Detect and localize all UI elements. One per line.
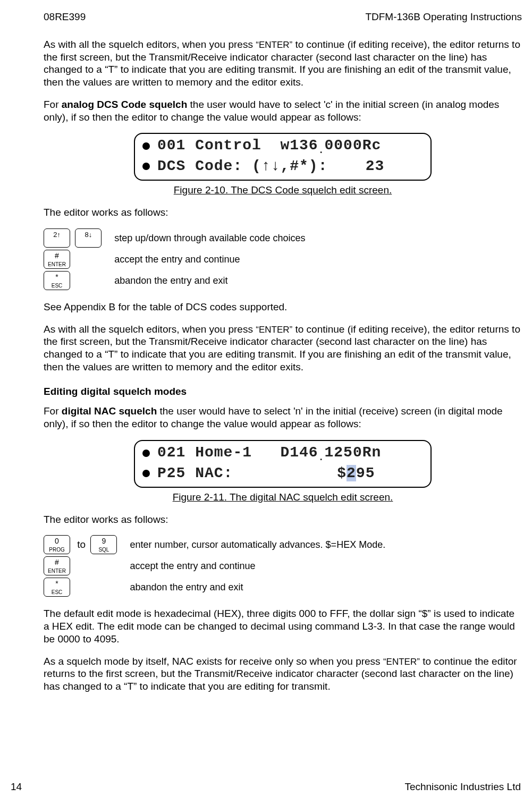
key-enter: # ENTER [44,556,70,575]
dcs-intro-paragraph: For analog DCS Code squelch the user wou… [44,98,522,124]
hex-paragraph: The default edit mode is hexadecimal (HE… [44,607,522,645]
key-8-down: 8↓ [75,228,102,248]
key-esc: * ESC [44,271,70,290]
key-esc: * ESC [44,578,70,597]
lcd-display-2: 021 Home-1 D146.1250Rn P25 NAC: $295 [134,440,432,488]
intro-paragraph: As with all the squelch editors, when yo… [44,38,522,89]
key-0-prog: 0 PROG [44,535,70,554]
enter-key-label: “ENTER” [256,325,292,335]
figure-2-10-caption: Figure 2-10. The DCS Code squelch edit s… [44,184,522,197]
section-editing-digital: Editing digital squelch modes [44,385,522,398]
key-table-1: 2↑ 8↓ step up/down through available cod… [44,228,306,292]
figure-2-11-caption: Figure 2-11. The digital NAC squelch edi… [44,491,522,504]
enter-key-label: “ENTER” [383,657,420,667]
indicator-dot [142,470,150,477]
to-label: to [77,538,86,551]
lcd-display-1: 001 Control w136.0000Rc DCS Code: (↑↓,#*… [134,133,432,181]
key-desc: abandon the entry and exit [130,578,385,599]
repeat-paragraph: As with all the squelch editors, when yo… [44,323,522,374]
key-desc: enter number, cursor automatically advan… [130,535,385,556]
nac-intro-paragraph: For digital NAC squelch the user would h… [44,405,522,430]
indicator-dot [142,142,150,150]
key-2-up: 2↑ [44,228,70,248]
header-right: TDFM-136B Operating Instructions [365,11,522,23]
header-left: 08RE399 [44,11,86,23]
indicator-dot [142,163,150,170]
final-paragraph: As a squelch mode by itself, NAC exists … [44,655,522,693]
editor-works-label-1: The editor works as follows: [44,206,522,219]
editor-works-label-2: The editor works as follows: [44,513,522,526]
key-desc: abandon the entry and exit [114,271,305,292]
key-9-sql: 9 SQL [90,535,117,554]
key-desc: accept the entry and continue [130,556,385,578]
key-desc: accept the entry and continue [114,250,305,271]
enter-key-label: “ENTER” [256,40,292,50]
footer-company: Technisonic Industries Ltd [404,781,521,793]
indicator-dot [142,450,150,457]
key-table-2: 0 PROG to 9 SQL enter number, cursor aut… [44,535,385,599]
key-desc: step up/down through available code choi… [114,228,305,250]
key-enter: # ENTER [44,250,70,269]
appendix-ref: See Appendix B for the table of DCS code… [44,301,522,313]
page-number: 14 [11,781,22,793]
